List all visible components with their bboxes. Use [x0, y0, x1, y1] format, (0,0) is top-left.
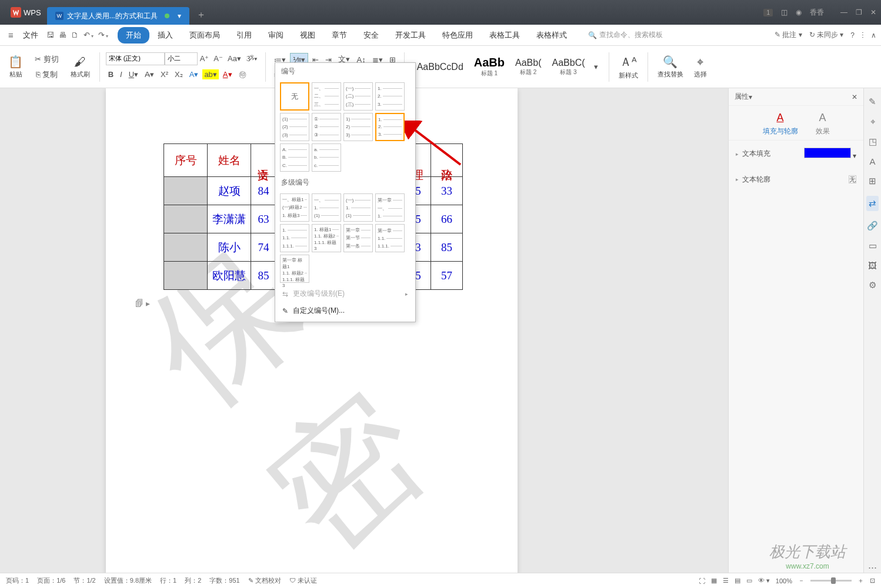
find-replace-button[interactable]: 🔍查找替换: [654, 54, 687, 80]
clear-format-icon[interactable]: ૐ▾: [243, 52, 259, 65]
text-strip-icon[interactable]: A: [869, 156, 875, 166]
user-name[interactable]: 香香: [810, 8, 824, 18]
status-col[interactable]: 列：2: [185, 576, 201, 585]
print-icon[interactable]: 🖶: [59, 31, 66, 39]
tab-section[interactable]: 章节: [323, 27, 355, 44]
increase-font-icon[interactable]: A⁺: [198, 52, 212, 65]
view-web-icon[interactable]: ▤: [735, 577, 740, 584]
grid-strip-icon[interactable]: ⊞: [869, 176, 876, 186]
fit-icon[interactable]: ⊡: [870, 577, 875, 584]
style-h2[interactable]: AaBb(标题 2: [511, 56, 545, 78]
ml-opt-5[interactable]: 1.1.1.1.1.1.: [280, 224, 309, 252]
text-effect-button[interactable]: A▾: [187, 68, 201, 81]
text-fill-row[interactable]: ▸文本填充 ▾: [729, 141, 863, 167]
text-outline-row[interactable]: ▸文本轮廓 无: [729, 167, 863, 192]
window-maximize-button[interactable]: ❐: [856, 8, 862, 16]
status-proof[interactable]: ✎ 文档校对: [248, 576, 281, 585]
status-page[interactable]: 页面：1/6: [37, 576, 65, 585]
th-name[interactable]: 姓名: [208, 144, 251, 177]
note-strip-icon[interactable]: ▭: [869, 240, 877, 251]
notification-badge[interactable]: 1: [763, 9, 773, 16]
subscript-button[interactable]: X₂: [172, 68, 185, 81]
font-color-button[interactable]: A▾: [221, 68, 235, 81]
add-tab-button[interactable]: ＋: [189, 9, 213, 21]
select-strip-icon[interactable]: ⌖: [870, 116, 875, 127]
redo-button[interactable]: ↷▾: [98, 31, 108, 39]
cut-button[interactable]: ✂ 剪切: [32, 52, 61, 66]
change-case-icon[interactable]: Aa▾: [225, 52, 243, 65]
tab-start[interactable]: 开始: [118, 27, 149, 44]
numbering-opt-cn-paren[interactable]: (一)(二)(三): [343, 82, 373, 111]
file-menu[interactable]: 文件: [18, 28, 43, 43]
select-button[interactable]: ⌖选择: [690, 54, 710, 80]
format-painter-button[interactable]: 🖌 格式刷: [67, 54, 94, 80]
status-auth[interactable]: 🛡 未认证: [289, 576, 317, 585]
status-section[interactable]: 节：1/2: [74, 576, 95, 585]
decrease-font-icon[interactable]: A⁻: [211, 52, 225, 65]
more-strip-icon[interactable]: ⋯: [868, 562, 877, 573]
strikethrough-button[interactable]: A̶▾: [142, 68, 156, 81]
italic-button[interactable]: I: [118, 68, 125, 81]
tab-menu-icon[interactable]: ▾: [178, 12, 181, 20]
view-read-icon[interactable]: ▭: [746, 577, 752, 584]
zoom-in-button[interactable]: ＋: [857, 576, 864, 585]
text-fill-color[interactable]: [804, 148, 851, 158]
numbering-opt-paren[interactable]: (1)(2)(3): [280, 113, 309, 141]
zoom-level[interactable]: 100%: [776, 577, 792, 584]
help-icon[interactable]: ?: [850, 31, 855, 39]
hamburger-icon[interactable]: ≡: [5, 28, 17, 42]
numbering-opt-highlighted[interactable]: 1.2.3.: [375, 113, 405, 141]
edit-strip-icon[interactable]: ✎: [869, 96, 876, 107]
tab-table-style[interactable]: 表格样式: [528, 27, 575, 44]
undo-button[interactable]: ↶▾: [84, 31, 94, 39]
copy-button[interactable]: ⎘ 复制: [34, 68, 61, 82]
window-close-button[interactable]: ✕: [870, 8, 876, 16]
circle-text-button[interactable]: ㊞: [236, 68, 249, 82]
outline-select[interactable]: 无: [849, 175, 856, 183]
command-search[interactable]: 🔍 查找命令、搜索模板: [588, 30, 663, 40]
style-h1[interactable]: AaBb标题 1: [470, 54, 509, 79]
zoom-slider[interactable]: [810, 580, 852, 582]
page-side-icon[interactable]: 🗐 ▸: [135, 299, 150, 308]
ml-opt-6[interactable]: 1. 标题11.1. 标题21.1.1. 标题3: [312, 224, 341, 252]
comments-button[interactable]: ✎ 批注 ▾: [775, 30, 802, 40]
status-pageno[interactable]: 页码：1: [6, 576, 29, 585]
numbering-opt-upper[interactable]: A.B.C.: [280, 143, 309, 172]
collapse-ribbon-icon[interactable]: ⵗ: [862, 31, 864, 39]
app-logo[interactable]: WPS: [5, 5, 47, 20]
fullscreen-icon[interactable]: ⛶: [699, 577, 705, 584]
zoom-out-button[interactable]: －: [798, 576, 805, 585]
status-line[interactable]: 行：1: [160, 576, 176, 585]
tab-special[interactable]: 特色应用: [434, 27, 481, 44]
prop-tab-effect[interactable]: A 效果: [816, 112, 830, 136]
numbering-opt-cn[interactable]: 一、二、三、: [312, 82, 341, 111]
numbering-opt-circle[interactable]: ①②③: [312, 113, 341, 141]
view-print-icon[interactable]: ▦: [711, 577, 717, 584]
ml-opt-9[interactable]: 第一章 标题11.1. 标题21.1.1. 标题3: [280, 255, 309, 283]
tab-review[interactable]: 审阅: [260, 27, 292, 44]
adjust-strip-icon[interactable]: ⇄: [866, 196, 879, 211]
tab-page-layout[interactable]: 页面布局: [181, 27, 228, 44]
bold-button[interactable]: B: [106, 68, 116, 81]
close-panel-icon[interactable]: ✕: [852, 93, 857, 101]
underline-button[interactable]: U▾: [126, 68, 141, 81]
th-chinese[interactable]: 语文: [251, 144, 276, 177]
ml-opt-4[interactable]: 第一章一、1.: [375, 193, 405, 222]
sync-button[interactable]: ↻ 未同步 ▾: [809, 30, 844, 40]
status-words[interactable]: 字数：951: [209, 576, 239, 585]
save-icon[interactable]: 🖫: [46, 31, 54, 39]
paste-button[interactable]: 📋 粘贴: [5, 54, 26, 80]
style-normal[interactable]: AaBbCcDd: [413, 60, 468, 74]
prop-tab-fill[interactable]: A 填充与轮廓: [763, 112, 798, 136]
document-tab[interactable]: W 文字是人类用...的方式和工具 ▾: [47, 7, 189, 25]
font-size-select[interactable]: [165, 52, 198, 65]
style-h3[interactable]: AaBbC(标题 3: [548, 56, 589, 78]
ml-opt-1[interactable]: 一、标题1(一)标题21. 标题3: [280, 193, 309, 222]
tab-view[interactable]: 视图: [292, 27, 323, 44]
shape-strip-icon[interactable]: ◳: [869, 136, 877, 147]
custom-numbering[interactable]: ✎ 自定义编号(M)...: [275, 302, 415, 319]
highlight-button[interactable]: ab▾: [202, 69, 218, 79]
tab-table-tools[interactable]: 表格工具: [481, 27, 528, 44]
theme-icon[interactable]: ◫: [781, 8, 787, 16]
tab-security[interactable]: 安全: [355, 27, 387, 44]
